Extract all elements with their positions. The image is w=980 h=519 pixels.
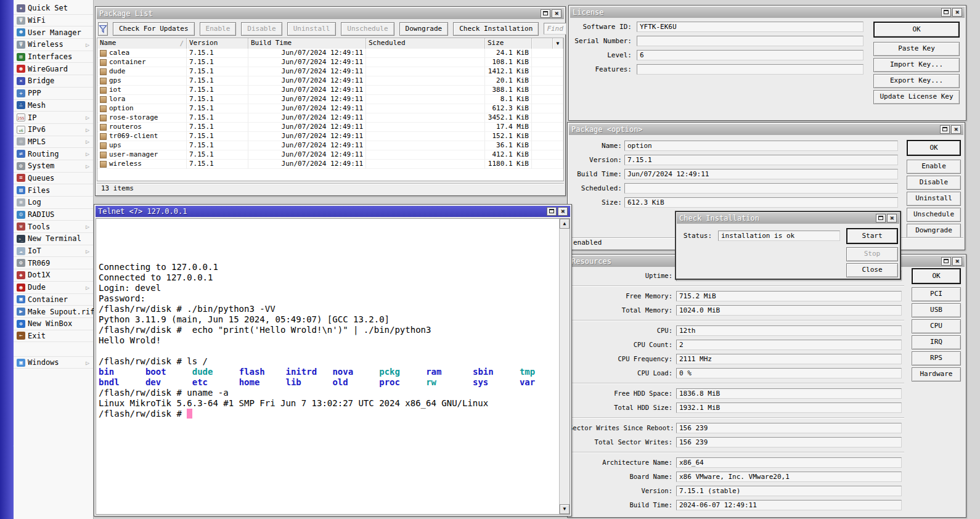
table-row[interactable]: container7.15.1Jun/07/2024 12:49:11108.1… (97, 58, 563, 67)
table-row[interactable]: option7.15.1Jun/07/2024 12:49:11612.3 Ki… (97, 104, 563, 113)
sidebar-item-wireguard[interactable]: ◉WireGuard (14, 63, 93, 75)
board-name-value[interactable]: x86 VMware, Inc. VMware20,1 (676, 472, 902, 482)
sidebar-item-interfaces[interactable]: ⊞Interfaces (14, 51, 93, 63)
maximize-button[interactable] (876, 214, 886, 223)
sector-writes-since-reboot-value[interactable]: 156 239 (676, 423, 902, 433)
software-id-value[interactable]: YFTK-EK6U (637, 22, 864, 32)
uninstall-button[interactable]: Uninstall (907, 192, 961, 206)
unschedule-button[interactable]: Unschedule (341, 22, 394, 36)
status-field-value[interactable]: installation is ok (718, 231, 840, 241)
downgrade-button[interactable]: Downgrade (907, 224, 961, 238)
disable-button[interactable]: Disable (241, 22, 282, 36)
terminal-area[interactable]: Connecting to 127.0.0.1 Connected to 127… (96, 218, 570, 515)
sidebar-item-dot1x[interactable]: ◈Dot1X (14, 269, 93, 282)
table-row[interactable]: dude7.15.1Jun/07/2024 12:49:111412.1 KiB (97, 67, 563, 76)
level-value[interactable]: 6 (637, 50, 864, 60)
architecture-name-value[interactable]: x86_64 (676, 457, 902, 468)
close-button[interactable]: × (887, 214, 897, 223)
table-row[interactable]: iot7.15.1Jun/07/2024 12:49:11388.1 KiB (97, 86, 563, 95)
sidebar-item-new-terminal[interactable]: >_New Terminal (14, 233, 93, 245)
ok-button[interactable]: OK (912, 268, 961, 284)
disable-button[interactable]: Disable (907, 176, 961, 190)
close-button[interactable]: Close (846, 263, 898, 277)
sidebar-item-user-manager[interactable]: ☻User Manager (14, 27, 93, 39)
version-value[interactable]: 7.15.1 (624, 155, 898, 165)
size-value[interactable]: 612.3 KiB (624, 197, 898, 208)
cpu-load-value[interactable]: 0 % (676, 368, 902, 378)
sidebar-item-wifi[interactable]: ΨWiFi (14, 15, 93, 27)
sidebar-item-quick-set[interactable]: ✦Quick Set (14, 2, 93, 15)
free-hdd-space-value[interactable]: 1836.8 MiB (676, 388, 902, 399)
maximize-button[interactable] (940, 125, 950, 134)
terminal-output[interactable]: Connecting to 127.0.0.1 Connected to 127… (96, 219, 570, 420)
close-button[interactable]: × (952, 257, 962, 266)
sidebar-item-windows[interactable]: ▣Windows▷ (14, 356, 93, 369)
version-value[interactable]: 7.15.1 (stable) (676, 486, 902, 496)
check-for-updates-button[interactable]: Check For Updates (113, 22, 195, 36)
downgrade-button[interactable]: Downgrade (399, 22, 449, 36)
ok-button[interactable]: OK (907, 140, 961, 156)
sidebar-item-ppp[interactable]: +PPP (14, 88, 93, 100)
sidebar-item-mpls[interactable]: ☉MPLS▷ (14, 136, 93, 149)
column-select-dropdown-icon[interactable]: ▼ (553, 38, 563, 49)
table-row[interactable]: calea7.15.1Jun/07/2024 12:49:1124.1 KiB (97, 49, 563, 58)
table-row[interactable]: routeros7.15.1Jun/07/2024 12:49:1117.4 M… (97, 123, 563, 132)
sidebar-item-bridge[interactable]: ×Bridge (14, 75, 93, 88)
total-sector-writes-value[interactable]: 156 239 (676, 437, 902, 447)
maximize-button[interactable] (941, 257, 951, 266)
enable-button[interactable]: Enable (907, 160, 961, 174)
close-button[interactable]: × (951, 125, 961, 134)
sidebar-item-exit[interactable]: ←Exit (14, 330, 93, 343)
license-titlebar[interactable]: License × (570, 7, 965, 18)
sidebar-item-routing[interactable]: ⇄Routing▷ (14, 148, 93, 160)
uninstall-button[interactable]: Uninstall (287, 22, 337, 36)
update-license-key-button[interactable]: Update License Key (873, 90, 960, 104)
sidebar-item-files[interactable]: ▤Files (14, 184, 93, 197)
sidebar-item-make-supout-rif[interactable]: ▶Make Supout.rif (14, 306, 93, 318)
unschedule-button[interactable]: Unschedule (907, 208, 961, 222)
sidebar-item-system[interactable]: ⚙System▷ (14, 160, 93, 173)
import-key-button[interactable]: Import Key... (873, 58, 960, 72)
sidebar-item-dude[interactable]: ◉Dude▷ (14, 282, 93, 294)
sidebar-item-queues[interactable]: ≡Queues (14, 173, 93, 185)
vertical-scrollbar[interactable]: ▲ ▼ (559, 219, 570, 514)
paste-key-button[interactable]: Paste Key (873, 42, 960, 56)
filter-button[interactable] (98, 22, 108, 36)
close-button[interactable]: × (558, 207, 568, 216)
find-input[interactable]: Find (544, 23, 566, 35)
irq-button[interactable]: IRQ (912, 335, 961, 349)
cpu-button[interactable]: CPU (912, 319, 961, 333)
table-row[interactable]: rose-storage7.15.1Jun/07/2024 12:49:1134… (97, 113, 563, 123)
export-key-button[interactable]: Export Key... (873, 74, 960, 88)
table-row[interactable]: gps7.15.1Jun/07/2024 12:49:1120.1 KiB (97, 76, 563, 86)
close-button[interactable]: × (952, 8, 962, 17)
table-row[interactable]: lora7.15.1Jun/07/2024 12:49:118.1 KiB (97, 95, 563, 104)
column-header-scheduled[interactable]: Scheduled (366, 38, 485, 49)
sidebar-item-ipv6[interactable]: v6IPv6▷ (14, 124, 93, 136)
sidebar-item-ip[interactable]: 255IP▷ (14, 112, 93, 124)
cpu-frequency-value[interactable]: 2111 MHz (676, 354, 902, 364)
stop-button[interactable]: Stop (846, 247, 898, 261)
package-list-titlebar[interactable]: Package List × (97, 8, 564, 19)
cpu-count-value[interactable]: 2 (676, 340, 902, 350)
total-hdd-size-value[interactable]: 1932.1 MiB (676, 403, 902, 413)
sidebar-item-container[interactable]: ▣Container (14, 294, 93, 306)
table-row[interactable]: wireless7.15.1Jun/07/2024 12:49:111180.1… (97, 160, 563, 169)
scroll-down-button[interactable]: ▼ (560, 504, 570, 514)
column-header-version[interactable]: Version (187, 38, 248, 49)
check-installation-button[interactable]: Check Installation (453, 22, 539, 36)
sidebar-item-new-winbox[interactable]: ⊕New WinBox (14, 318, 93, 330)
sidebar-item-mesh[interactable]: ∴Mesh (14, 100, 93, 112)
telnet-titlebar[interactable]: Telnet <7> 127.0.0.1 × (96, 206, 570, 217)
maximize-button[interactable] (547, 207, 557, 216)
table-row[interactable]: user-manager7.15.1Jun/07/2024 12:49:1141… (97, 150, 563, 160)
sidebar-item-tools[interactable]: ⚒Tools▷ (14, 221, 93, 233)
sidebar-item-iot[interactable]: ☁IoT▷ (14, 245, 93, 258)
scroll-up-button[interactable]: ▲ (560, 219, 570, 229)
features-value[interactable] (637, 64, 864, 75)
column-header-size[interactable]: Size (485, 38, 532, 49)
name-value[interactable]: option (624, 141, 898, 151)
free-memory-value[interactable]: 715.2 MiB (676, 291, 902, 301)
check-installation-titlebar[interactable]: Check Installation × (677, 213, 899, 224)
close-button[interactable]: × (552, 9, 561, 18)
